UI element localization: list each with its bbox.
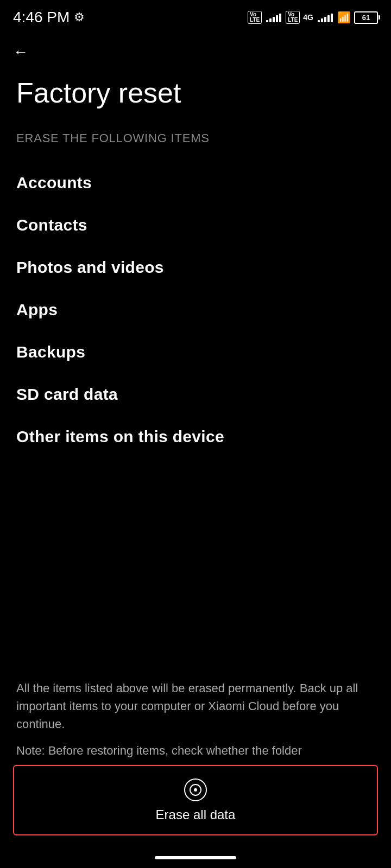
page-title: Factory reset [0,66,391,126]
list-item: Backups [0,331,391,373]
back-arrow-icon: ← [13,43,28,60]
volte-badge-2: VoLTE [286,11,300,24]
settings-icon: ⚙ [74,10,85,24]
signal-bars-1 [266,12,281,22]
erase-button-container: Erase all data [0,765,391,835]
list-item: Contacts [0,204,391,246]
status-right: VoLTE VoLTE 4G 📶 61 [248,11,378,24]
battery-indicator: 61 [354,11,378,24]
volte-badge-1: VoLTE [248,11,262,24]
svg-point-2 [194,788,197,792]
wifi-icon: 📶 [337,11,351,24]
erase-icon [184,778,207,802]
signal-bars-2 [318,12,333,22]
list-item: Other items on this device [0,416,391,458]
warning-text: All the items listed above will be erase… [16,679,375,733]
list-item: Photos and videos [0,246,391,289]
status-bar: 4:46 PM ⚙ VoLTE VoLTE 4G 📶 61 [0,0,391,33]
home-indicator [155,856,236,859]
erase-button-label: Erase all data [156,807,236,822]
status-left: 4:46 PM ⚙ [13,9,85,26]
network-4g: 4G [303,13,313,22]
back-button[interactable]: ← [0,33,391,66]
list-item: Accounts [0,162,391,204]
list-item: SD card data [0,373,391,416]
erase-items-list: Accounts Contacts Photos and videos Apps… [0,156,391,463]
list-item: Apps [0,289,391,331]
erase-all-data-button[interactable]: Erase all data [13,765,378,835]
warning-section: All the items listed above will be erase… [0,668,391,770]
section-header: ERASE THE FOLLOWING ITEMS [0,126,391,156]
note-text: Note: Before restoring items, check whet… [16,742,375,760]
status-time: 4:46 PM [13,9,70,26]
